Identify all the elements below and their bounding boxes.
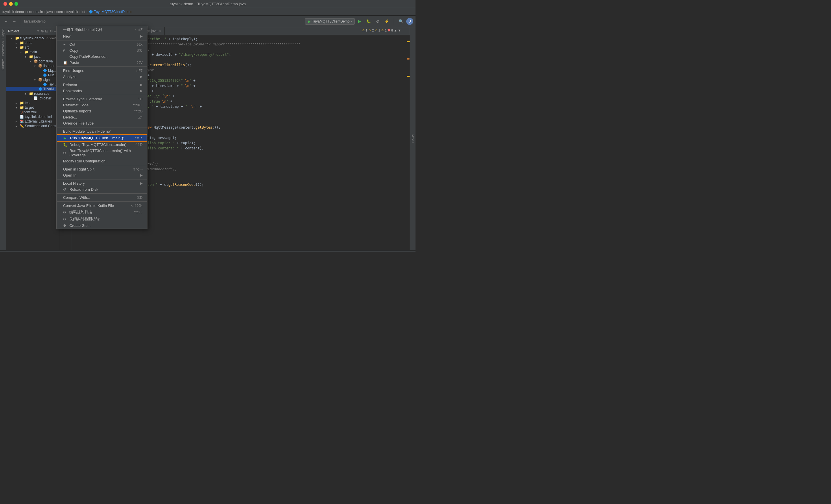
tree-item-scratches[interactable]: ▸ ✏️ Scratches and Cons... xyxy=(6,124,60,128)
menu-item-create-gist[interactable]: ⚙ Create Gist... xyxy=(57,223,147,229)
menu-item-copy[interactable]: ⎘ Copy ⌘C xyxy=(57,48,147,54)
menu-item-optimize-imports[interactable]: Optimize Imports ^⌥O xyxy=(57,108,147,114)
tree-item-label: .idea xyxy=(25,41,32,45)
menu-item-open-right-split[interactable]: Open in Right Split ⇧⌥⇔ xyxy=(57,166,147,172)
search-button[interactable]: 🔍 xyxy=(397,18,405,24)
copy-icon: ⎘ xyxy=(63,49,68,53)
tree-item-root[interactable]: ▾ 📁 tuyalink-demo ~/IdeaProjects/tuyalin… xyxy=(6,36,60,40)
coverage-button[interactable]: ⊙ xyxy=(374,18,381,24)
tree-item-com-tuya[interactable]: ▾ 📦 com.tuya xyxy=(6,59,60,64)
menu-item-compare-with[interactable]: Compare With... ⌘D xyxy=(57,195,147,201)
tree-item-label: Pub... xyxy=(48,73,57,77)
window-controls xyxy=(3,2,18,6)
breadcrumb-item[interactable]: tuyalink-demo xyxy=(2,10,24,14)
bookmarks-tab[interactable]: Bookmarks xyxy=(1,40,5,57)
run-config-selector[interactable]: ▶ TuyaMQTT3ClientDemo ▾ xyxy=(305,18,355,25)
forward-button[interactable]: → xyxy=(11,18,18,24)
tree-item-java[interactable]: ▾ 📁 java xyxy=(6,54,60,59)
menu-item-refactor[interactable]: Refactor ▶ xyxy=(57,82,147,88)
menu-item-browse-type-hierarchy[interactable]: Browse Type Hierarchy ⌃H xyxy=(57,96,147,102)
menu-item-debug-main[interactable]: 🐛 Debug 'TuyaMQTT3Clien....main()' ^⇧D xyxy=(57,142,147,148)
gist-icon: ⚙ xyxy=(63,224,68,228)
folder-icon: 📁 xyxy=(29,92,33,96)
locate-file-icon[interactable]: ⊕ xyxy=(41,29,44,33)
tree-item-ext-libs[interactable]: ▸ 📚 External Libraries xyxy=(6,119,60,124)
tab-close-icon[interactable]: ✕ xyxy=(159,29,161,33)
breadcrumb-item[interactable]: com xyxy=(56,10,63,14)
collapse-all-icon[interactable]: ⊟ xyxy=(45,29,48,33)
tree-item-label: iot-devic... xyxy=(39,96,55,100)
menu-item-new[interactable]: New ▶ xyxy=(57,33,147,39)
menu-item-code-style[interactable]: ⊙ 编码规约扫描 ⌥⇧J xyxy=(57,209,147,215)
menu-item-paste[interactable]: 📋 Paste ⌘V xyxy=(57,60,147,66)
menu-item-override-file-type[interactable]: Override File Type xyxy=(57,120,147,126)
structure-tab[interactable]: Structure xyxy=(1,58,5,72)
breadcrumb-item[interactable]: 🔷 TuyaMQTT3ClientDemo xyxy=(89,10,132,14)
project-settings-icon[interactable]: ⚙ xyxy=(50,29,53,33)
down-arrow-icon[interactable]: ▼ xyxy=(398,29,401,32)
breadcrumb-item[interactable]: java xyxy=(47,10,53,14)
profiler-button[interactable]: ⚡ xyxy=(383,18,391,24)
tree-item-main[interactable]: ▾ 📁 main xyxy=(6,50,60,54)
debug-button[interactable]: 🐛 xyxy=(365,18,373,24)
run-button[interactable]: ▶ xyxy=(356,18,363,24)
menu-item-run-coverage[interactable]: ⊙ Run 'TuyaMQTT3Clien....main()' with Co… xyxy=(57,148,147,158)
project-tab[interactable]: Project xyxy=(1,28,5,39)
tree-item-listener[interactable]: ▾ 📦 listener xyxy=(6,64,60,68)
tree-item-label: sign xyxy=(44,78,50,82)
tree-item-tuyam[interactable]: ▸ 🔷 TuyaM xyxy=(6,87,60,91)
menu-item-bookmarks[interactable]: Bookmarks ▶ xyxy=(57,88,147,94)
menu-item-convert-kotlin[interactable]: Convert Java File to Kotlin File ⌥⇧⌘K xyxy=(57,203,147,209)
tree-item-src[interactable]: ▾ 📁 src xyxy=(6,45,60,50)
breadcrumb-item[interactable]: main xyxy=(35,10,43,14)
menu-item-copy-path[interactable]: Copy Path/Reference... xyxy=(57,54,147,60)
menu-item-modify-run[interactable]: Modify Run Configuration... xyxy=(57,158,147,164)
minimize-button[interactable] xyxy=(9,2,13,6)
tree-item-test[interactable]: ▸ 📁 test xyxy=(6,100,60,105)
breadcrumb-item[interactable]: iot xyxy=(82,10,85,14)
project-dropdown-arrow[interactable]: ▾ xyxy=(37,29,39,33)
menu-item-analyze[interactable]: Analyze ▶ xyxy=(57,74,147,80)
package-icon: 📦 xyxy=(38,78,42,82)
menu-item-local-history[interactable]: Local History ▶ xyxy=(57,180,147,186)
menu-separator xyxy=(57,95,147,95)
breadcrumb-item[interactable]: src xyxy=(27,10,32,14)
tree-item-label: tuyalink-demo.iml xyxy=(25,115,52,119)
tree-item-iml[interactable]: ▸ 📄 tuyalink-demo.iml xyxy=(6,114,60,119)
breadcrumb: tuyalink-demo › src › main › java › com … xyxy=(0,8,416,16)
tree-item-target[interactable]: ▾ 📁 target xyxy=(6,105,60,110)
up-arrow-icon[interactable]: ▲ xyxy=(394,29,397,32)
coverage-icon: ⊙ xyxy=(63,151,68,155)
project-label: tuyalink-demo xyxy=(24,19,46,23)
folder-icon: 📁 xyxy=(20,41,24,45)
menu-item-build-module[interactable]: Build Module 'tuyalink-demo' xyxy=(57,128,147,135)
menu-item-find-usages[interactable]: Find Usages ⌥F7 xyxy=(57,68,147,74)
breadcrumb-item[interactable]: tuyalink xyxy=(66,10,78,14)
menu-item-cut[interactable]: ✂ Cut ⌘X xyxy=(57,41,147,48)
tree-item-resources[interactable]: ▾ 📁 resources xyxy=(6,91,60,96)
close-button[interactable] xyxy=(3,2,7,6)
tree-item-tuy[interactable]: ▸ 🔷 Tuy... xyxy=(6,82,60,87)
menu-item-generate-dubbo[interactable]: 一键生成dubbo api文档 ⌥⇧Z xyxy=(57,26,147,33)
paste-icon: 📋 xyxy=(63,61,68,65)
menu-item-delete[interactable]: Delete... ⌦ xyxy=(57,114,147,120)
menu-item-reformat-code[interactable]: Reformat Code ⌥⌘L xyxy=(57,102,147,108)
version-control-icon[interactable]: ⑂ xyxy=(2,252,4,252)
maximize-button[interactable] xyxy=(15,2,18,6)
menu-item-reload-disk[interactable]: ↺ Reload from Disk xyxy=(57,186,147,192)
maven-label[interactable]: Maven xyxy=(411,135,414,143)
tree-item-pub[interactable]: ▸ 🔷 Pub... xyxy=(6,73,60,78)
menu-item-open-in[interactable]: Open In ▶ xyxy=(57,172,147,178)
menu-item-realtime-check[interactable]: ⊙ 关闭实时检测功能 xyxy=(57,215,147,223)
tree-item-pom[interactable]: ▸ ⬡ pom.xml xyxy=(6,110,60,114)
package-icon: 📦 xyxy=(38,64,42,68)
back-button[interactable]: ← xyxy=(2,18,9,24)
tree-item-iot-devic[interactable]: ▸ 📄 iot-devic... xyxy=(6,96,60,100)
tree-item-sign[interactable]: ▾ 📦 sign xyxy=(6,78,60,82)
tree-item-mq[interactable]: ▸ 🔷 Mq... xyxy=(6,68,60,73)
menu-item-run-main[interactable]: ▶ Run 'TuyaMQTT3Clien....main()' ^⇧R xyxy=(57,135,147,142)
cut-icon: ✂ xyxy=(63,42,68,47)
avatar[interactable]: U xyxy=(406,18,413,25)
menu-separator xyxy=(57,127,147,127)
tree-item-idea[interactable]: ▸ 📁 .idea xyxy=(6,40,60,45)
